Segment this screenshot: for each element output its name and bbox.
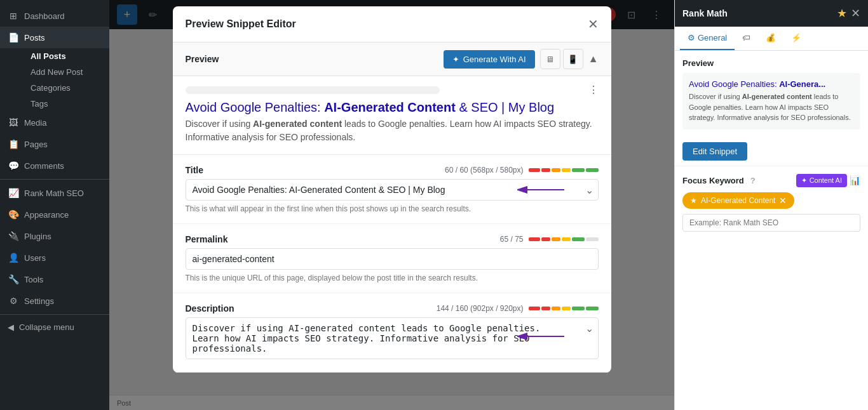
posts-submenu: All Posts Add New Post Categories Tags <box>0 48 109 112</box>
keyword-tag: ★ AI-Generated Content ✕ <box>682 192 794 209</box>
title-field-section: Title 60 / 60 (568px / 580px) <box>173 155 611 224</box>
title-char-bar <box>529 168 599 172</box>
snippet-url-bar <box>186 86 440 94</box>
scroll-up-btn[interactable]: ▲ <box>588 53 599 65</box>
preview-bar: Preview ✦ Generate With AI 🖥 📱 ▲ <box>173 43 611 76</box>
tag-icon: 🏷 <box>742 33 750 43</box>
description-dropdown-icon[interactable]: ⌄ <box>585 322 593 334</box>
rp-preview-desc: Discover if using AI-generated content l… <box>689 91 854 123</box>
rp-preview-section: Preview Avoid Google Penalties: AI-Gener… <box>675 51 868 137</box>
tab-general[interactable]: ⚙ General <box>680 27 735 50</box>
permalink-field-header: Permalink 65 / 75 <box>186 234 599 244</box>
close-panel-button[interactable]: ✕ <box>851 6 860 20</box>
snippet-description: Discover if using AI-generated content l… <box>186 117 599 144</box>
dashboard-icon: ⊞ <box>8 10 19 22</box>
bar-seg <box>572 307 585 310</box>
bar-seg <box>552 237 560 241</box>
modal-close-button[interactable]: ✕ <box>588 17 599 32</box>
focus-keyword-label: Focus Keyword <box>682 176 744 185</box>
collapse-icon: ◀ <box>8 322 14 332</box>
keyword-input[interactable] <box>682 214 860 232</box>
submenu-categories[interactable]: Categories <box>23 80 109 96</box>
star-button[interactable]: ★ <box>837 6 847 20</box>
title-input-wrapper: ⌄ <box>186 179 599 201</box>
tab-3[interactable]: 💰 <box>758 27 783 50</box>
main-area: + ✏ ↩ ish 🏆 66 / 100 🎯 0 / 100 ⊡ ⋮ Type … <box>109 0 674 410</box>
right-panel-body: Preview Avoid Google Penalties: AI-Gener… <box>675 51 868 410</box>
bar-seg <box>541 168 550 172</box>
description-field-section: Description 144 / 160 (902px / 920px) <box>173 293 611 373</box>
focus-keyword-section: Focus Keyword ? ✦ Content AI 📊 ★ AI-Gene… <box>675 166 868 239</box>
sidebar-item-dashboard[interactable]: ⊞ Dashboard <box>0 5 109 27</box>
bar-seg <box>529 168 540 172</box>
general-tab-icon: ⚙ <box>688 33 695 43</box>
keyword-analytics-button[interactable]: 📊 <box>850 174 860 187</box>
submenu-all-posts[interactable]: All Posts <box>23 48 109 64</box>
permalink-label: Permalink <box>186 234 228 244</box>
rp-preview-label: Preview <box>682 58 860 68</box>
focus-keyword-header: Focus Keyword ? ✦ Content AI 📊 <box>682 174 860 187</box>
sidebar-item-tools[interactable]: 🔧 Tools <box>0 268 109 290</box>
tab-2[interactable]: 🏷 <box>735 27 758 50</box>
content-ai-icon: ✦ <box>801 176 807 185</box>
money-icon: 💰 <box>766 33 776 43</box>
collapse-menu[interactable]: ◀ Collapse menu <box>0 317 109 337</box>
title-label: Title <box>186 165 204 175</box>
users-icon: 👤 <box>8 252 19 263</box>
content-ai-button[interactable]: ✦ Content AI <box>796 174 847 187</box>
tools-icon: 🔧 <box>8 274 19 285</box>
sidebar-item-media[interactable]: 🖼 Media <box>0 112 109 133</box>
description-char-bar <box>529 307 599 310</box>
permalink-input[interactable] <box>186 248 599 270</box>
title-arrow-annotation <box>513 183 571 196</box>
sidebar-item-comments[interactable]: 💬 Comments <box>0 155 109 176</box>
sidebar-item-plugins[interactable]: 🔌 Plugins <box>0 225 109 247</box>
appearance-icon: 🎨 <box>8 209 19 220</box>
description-input-wrapper: Discover if using AI-generated content l… <box>186 317 599 362</box>
sidebar-item-settings[interactable]: ⚙ Settings <box>0 290 109 312</box>
sidebar-item-posts[interactable]: 📄 Posts <box>0 27 109 48</box>
generate-with-ai-button[interactable]: ✦ Generate With AI <box>444 50 535 69</box>
title-char-count: 60 / 60 (568px / 580px) <box>445 166 523 175</box>
title-field-header: Title 60 / 60 (568px / 580px) <box>186 165 599 175</box>
bar-seg <box>562 307 571 310</box>
keyword-tag-remove[interactable]: ✕ <box>779 195 787 206</box>
snippet-preview-box: ⋮ Avoid Google Penalties: AI-Generated C… <box>173 76 611 155</box>
edit-snippet-button[interactable]: Edit Snippet <box>682 142 747 161</box>
description-field-header: Description 144 / 160 (902px / 920px) <box>186 303 599 314</box>
bar-seg <box>552 168 560 172</box>
ai-icon: ✦ <box>452 55 459 64</box>
permalink-char-count: 65 / 75 <box>500 235 524 244</box>
title-hint: This is what will appear in the first li… <box>186 204 599 213</box>
title-dropdown-icon[interactable]: ⌄ <box>585 184 593 196</box>
mobile-view-btn[interactable]: 📱 <box>563 49 583 69</box>
description-label: Description <box>186 303 234 314</box>
snippet-menu-icon[interactable]: ⋮ <box>588 84 599 96</box>
sidebar-item-pages[interactable]: 📋 Pages <box>0 133 109 155</box>
right-panel-header: Rank Math ★ ✕ <box>675 0 868 27</box>
bar-seg <box>552 307 560 310</box>
bar-seg <box>586 168 599 172</box>
pages-icon: 📋 <box>8 138 19 150</box>
submenu-add-new-post[interactable]: Add New Post <box>23 64 109 80</box>
plugins-icon: 🔌 <box>8 230 19 242</box>
snippet-editor-modal: Preview Snippet Editor ✕ Preview ✦ Gener… <box>173 6 611 373</box>
sidebar-item-appearance[interactable]: 🎨 Appearance <box>0 204 109 225</box>
sidebar: ⊞ Dashboard 📄 Posts All Posts Add New Po… <box>0 0 109 410</box>
permalink-input-wrapper <box>186 248 599 270</box>
view-icons: 🖥 📱 <box>540 49 583 69</box>
comments-icon: 💬 <box>8 160 19 171</box>
settings-icon: ⚙ <box>8 295 19 307</box>
focus-keyword-help-icon[interactable]: ? <box>750 176 756 185</box>
bar-seg <box>541 237 550 241</box>
sidebar-divider-1 <box>0 179 109 180</box>
sidebar-item-rank-math-seo[interactable]: 📈 Rank Math SEO <box>0 182 109 204</box>
right-panel-tabs: ⚙ General 🏷 💰 ⚡ <box>675 27 868 51</box>
desktop-view-btn[interactable]: 🖥 <box>540 49 560 69</box>
description-char-count: 144 / 160 (902px / 920px) <box>437 304 524 313</box>
submenu-tags[interactable]: Tags <box>23 96 109 112</box>
preview-label: Preview <box>186 54 219 64</box>
modal-overlay: Preview Snippet Editor ✕ Preview ✦ Gener… <box>109 0 674 410</box>
tab-4[interactable]: ⚡ <box>783 27 809 50</box>
sidebar-item-users[interactable]: 👤 Users <box>0 247 109 268</box>
